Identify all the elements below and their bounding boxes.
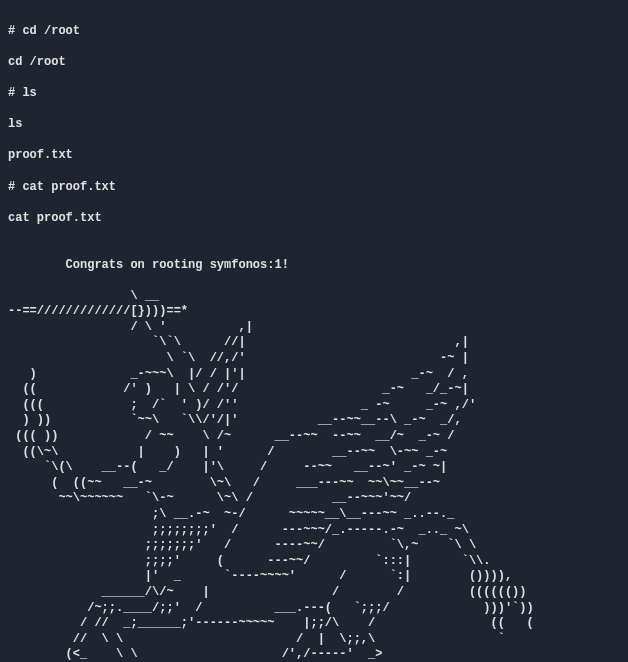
cmd-line-3: # ls [8,86,620,102]
congrats-message: Congrats on rooting symfonos:1! [8,242,620,273]
terminal-output: # cd /root cd /root # ls ls proof.txt # … [8,8,620,662]
cmd-line-4: ls [8,117,620,133]
cmd-line-6: # cat proof.txt [8,180,620,196]
cmd-line-5: proof.txt [8,148,620,164]
cmd-line-2: cd /root [8,55,620,71]
cmd-line-7: cat proof.txt [8,211,620,227]
cmd-line-1: # cd /root [8,24,620,40]
ascii-art-pegasus: \ __ --==/////////////[})))==* / \ ' ,| … [8,289,620,662]
